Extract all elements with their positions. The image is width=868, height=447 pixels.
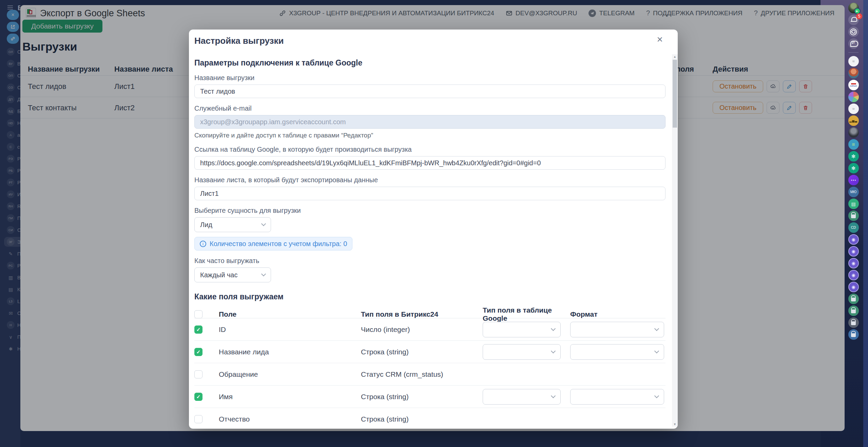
chevron-down-icon bbox=[261, 221, 266, 226]
copilot-icon[interactable] bbox=[848, 26, 859, 37]
scroll-down-arrow[interactable]: ▼ bbox=[672, 422, 678, 427]
format-select[interactable] bbox=[570, 389, 664, 405]
frequency-label: Как часто выгружать bbox=[194, 257, 666, 265]
messenger-sidebar: 5 ≈ bbox=[844, 0, 868, 447]
chat-avatar[interactable] bbox=[848, 127, 859, 138]
field-row: Отчество Строка (string) bbox=[194, 408, 666, 429]
chevron-down-icon bbox=[654, 326, 659, 331]
header-google-type: Тип поля в таблице Google bbox=[483, 306, 570, 322]
copilot-chat-avatar[interactable] bbox=[848, 234, 859, 245]
private-chat-avatar[interactable] bbox=[848, 329, 859, 340]
private-chat-avatar[interactable] bbox=[848, 317, 859, 328]
entity-label: Выберите сущность для выгрузки bbox=[194, 206, 666, 215]
spreadsheet-url-label: Ссылка на таблицу Google, в которую буде… bbox=[194, 145, 666, 153]
modal-content: Настройка выгрузки × Параметры подключен… bbox=[189, 30, 678, 429]
filtered-count-badge: i Количество элементов с учетом фильтра:… bbox=[194, 237, 352, 250]
info-icon: i bbox=[200, 241, 206, 247]
service-email-input[interactable] bbox=[194, 115, 666, 129]
scroll-up-arrow[interactable]: ▲ bbox=[672, 54, 678, 59]
field-name-cell: Обращение bbox=[219, 370, 361, 378]
chat-avatar-redham[interactable] bbox=[848, 80, 859, 90]
header-bitrix-type: Тип поля в Битрикс24 bbox=[361, 310, 483, 318]
fields-table: Поле Тип поля в Битрикс24 Тип поля в таб… bbox=[194, 306, 666, 429]
chevron-down-icon bbox=[654, 349, 659, 353]
copilot-chat-avatar[interactable] bbox=[848, 246, 859, 257]
modal-scrollbar[interactable]: ▲ ▼ bbox=[672, 54, 678, 427]
screen: Б × ОЛ О ВУ В ОП О bbox=[0, 0, 868, 447]
export-settings-modal: Настройка выгрузки × Параметры подключен… bbox=[189, 30, 678, 429]
service-email-help: Скопируйте и дайте доступ к таблице с пр… bbox=[194, 132, 666, 139]
select-all-checkbox[interactable] bbox=[194, 310, 202, 318]
chat-avatar[interactable] bbox=[848, 175, 859, 185]
field-name-cell: Отчество bbox=[219, 415, 361, 423]
service-email-label: Служебный e-mail bbox=[194, 104, 666, 112]
news-channel-avatar[interactable] bbox=[848, 199, 859, 209]
section-connection: Параметры подключения к таблице Google bbox=[194, 58, 666, 68]
chevron-down-icon bbox=[551, 326, 556, 331]
field-name-cell: Имя bbox=[219, 393, 361, 401]
header-field: Поле bbox=[219, 310, 361, 318]
chat-avatar[interactable]: ≈ bbox=[848, 56, 859, 67]
field-row: Имя Строка (string) bbox=[194, 386, 666, 408]
modal-close-button[interactable]: × bbox=[657, 34, 663, 44]
chatgpt-avatar[interactable] bbox=[848, 163, 859, 173]
sheet-name-input[interactable] bbox=[194, 187, 666, 200]
field-checkbox[interactable] bbox=[194, 415, 202, 423]
google-type-select[interactable] bbox=[483, 344, 561, 360]
copilot-chat-avatar[interactable] bbox=[848, 270, 859, 280]
section-fields: Какие поля выгружаем bbox=[194, 292, 666, 301]
copilot-chat-avatar[interactable] bbox=[848, 258, 859, 268]
field-type-cell: Строка (string) bbox=[361, 415, 483, 423]
chevron-down-icon bbox=[654, 393, 659, 398]
field-type-cell: Число (integer) bbox=[361, 325, 483, 334]
scrollbar-thumb[interactable] bbox=[673, 60, 677, 128]
fields-table-header: Поле Тип поля в Битрикс24 Тип поля в таб… bbox=[194, 306, 666, 318]
field-row: ID Число (integer) bbox=[194, 318, 666, 341]
chevron-down-icon bbox=[261, 272, 266, 276]
format-select[interactable] bbox=[570, 344, 664, 360]
chat-avatar[interactable] bbox=[848, 68, 859, 78]
chat-avatar[interactable] bbox=[848, 139, 859, 150]
field-name-cell: Название лида bbox=[219, 348, 361, 356]
frequency-select[interactable]: Каждый час bbox=[194, 267, 271, 282]
field-row: Обращение Статус CRM (crm_status) bbox=[194, 363, 666, 386]
chat-avatar[interactable] bbox=[848, 92, 859, 102]
entity-select[interactable]: Лид bbox=[194, 217, 271, 232]
field-checkbox[interactable] bbox=[194, 325, 202, 334]
chevron-down-icon bbox=[551, 349, 556, 353]
google-type-select[interactable] bbox=[483, 389, 561, 405]
field-row: Название лида Строка (string) bbox=[194, 341, 666, 363]
copilot-chat-avatar[interactable] bbox=[848, 282, 859, 292]
sheet-name-label: Название листа, в который будут экспорти… bbox=[194, 176, 666, 184]
open-lines-chat-icon[interactable] bbox=[848, 38, 859, 49]
google-type-select[interactable] bbox=[483, 322, 561, 337]
format-select[interactable] bbox=[570, 322, 664, 337]
field-type-cell: Строка (string) bbox=[361, 393, 483, 401]
chat-avatar[interactable]: ≈ bbox=[848, 104, 859, 114]
spreadsheet-url-input[interactable] bbox=[194, 156, 666, 170]
export-name-input[interactable] bbox=[194, 85, 666, 98]
notification-badge: 5 bbox=[856, 13, 862, 19]
field-checkbox[interactable] bbox=[194, 348, 202, 356]
private-chat-avatar[interactable] bbox=[848, 210, 859, 221]
export-name-label: Название выгрузки bbox=[194, 74, 666, 82]
field-type-cell: Строка (string) bbox=[361, 348, 483, 356]
field-type-cell: Статус CRM (crm_status) bbox=[361, 370, 483, 378]
private-chat-avatar[interactable] bbox=[848, 305, 859, 316]
field-checkbox[interactable] bbox=[194, 393, 202, 401]
chevron-down-icon bbox=[551, 393, 556, 398]
field-name-cell: ID bbox=[219, 325, 361, 334]
modal-title: Настройка выгрузки bbox=[194, 35, 666, 46]
chat-avatar[interactable]: ▂▅▃ bbox=[848, 115, 859, 126]
field-checkbox[interactable] bbox=[194, 370, 202, 378]
divider[interactable] bbox=[848, 52, 859, 53]
chat-avatar[interactable]: МЮ bbox=[848, 187, 859, 197]
chatgpt-avatar[interactable] bbox=[848, 151, 859, 162]
chat-avatar[interactable]: CD bbox=[848, 222, 859, 233]
user-avatar[interactable] bbox=[848, 3, 859, 13]
private-chat-avatar[interactable] bbox=[848, 294, 859, 304]
header-format: Формат bbox=[570, 310, 666, 318]
